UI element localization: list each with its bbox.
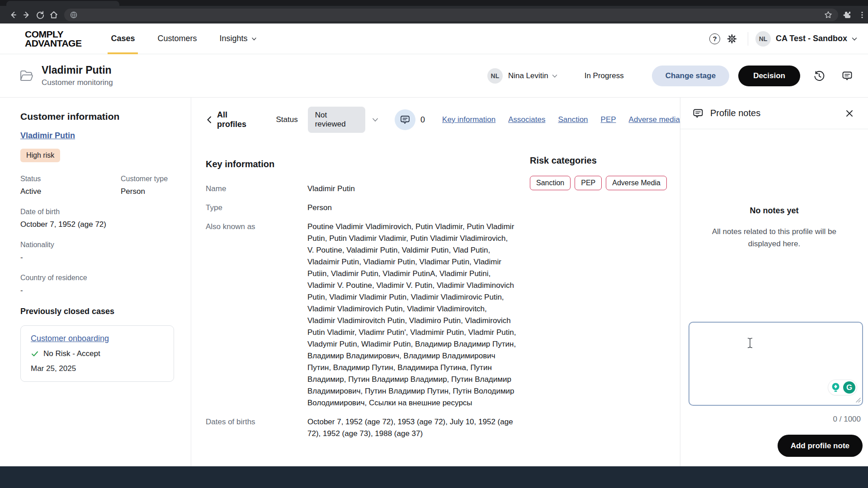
home-icon[interactable] bbox=[47, 8, 61, 22]
field-value: - bbox=[20, 253, 174, 262]
nav-label: Insights bbox=[219, 34, 247, 43]
notes-panel-title: Profile notes bbox=[710, 108, 760, 118]
field-value: Active bbox=[20, 187, 121, 196]
notes-empty-state: No notes yet All notes related to this p… bbox=[680, 206, 868, 250]
risk-chip-list: Sanction PEP Adverse Media bbox=[530, 176, 679, 190]
row-label: Type bbox=[206, 202, 307, 214]
row-label: Name bbox=[206, 183, 307, 195]
chevron-left-icon bbox=[206, 116, 213, 124]
link-associates[interactable]: Associates bbox=[508, 115, 545, 124]
case-folder-icon bbox=[19, 69, 34, 83]
table-row: Type Person bbox=[206, 198, 680, 217]
nav-item-cases[interactable]: Cases bbox=[99, 23, 146, 54]
closed-case-card[interactable]: Customer onboarding No Risk - Accept Mar… bbox=[20, 325, 174, 382]
field-value: - bbox=[20, 286, 174, 295]
nav-item-insights[interactable]: Insights bbox=[208, 23, 268, 54]
field-label: Customer type bbox=[121, 175, 174, 183]
field-label: Country of residence bbox=[20, 274, 174, 282]
customer-profile-link[interactable]: Vladimir Putin bbox=[20, 131, 75, 141]
row-value: October 7, 1952 (age 72), 1953 (age 72),… bbox=[307, 416, 516, 440]
link-pep[interactable]: PEP bbox=[601, 115, 616, 124]
reload-icon[interactable] bbox=[33, 8, 47, 22]
profile-toolbar: All profiles Status Not reviewed 0 Key i… bbox=[206, 109, 680, 130]
extensions-icon[interactable] bbox=[843, 10, 852, 19]
all-profiles-back[interactable]: All profiles bbox=[206, 110, 257, 129]
bottom-bar bbox=[0, 466, 868, 488]
back-icon[interactable] bbox=[6, 8, 20, 22]
logo-line-1: COMPLY bbox=[25, 30, 81, 39]
key-information-table: Name Vladimir Putin Type Person Also kno… bbox=[206, 179, 680, 443]
page-subtitle: Customer monitoring bbox=[42, 78, 113, 87]
address-bar[interactable] bbox=[64, 9, 838, 21]
link-adverse-media[interactable]: Adverse media bbox=[629, 115, 680, 124]
assignee-avatar[interactable]: NL bbox=[487, 68, 503, 84]
grammarly-icon: G bbox=[843, 381, 855, 394]
key-information-section: Key information Name Vladimir Putin Type… bbox=[206, 159, 680, 443]
risk-categories-title: Risk categories bbox=[530, 155, 679, 166]
link-sanction[interactable]: Sanction bbox=[558, 115, 588, 124]
decision-button[interactable]: Decision bbox=[738, 66, 800, 86]
status-label: Status bbox=[276, 115, 297, 124]
account-name[interactable]: CA Test - Sandbox bbox=[776, 34, 847, 43]
notes-bubble-icon bbox=[692, 108, 704, 119]
help-icon[interactable]: ? bbox=[706, 30, 723, 47]
grammarly-widget[interactable]: G bbox=[828, 380, 857, 395]
row-value: Person bbox=[307, 202, 516, 214]
check-icon bbox=[31, 350, 39, 358]
high-risk-badge: High risk bbox=[20, 149, 60, 162]
chevron-down-icon[interactable] bbox=[551, 72, 558, 80]
add-profile-note-button[interactable]: Add profile note bbox=[778, 435, 863, 457]
case-comments-icon[interactable] bbox=[838, 67, 856, 85]
suggestion-bulb-icon bbox=[830, 381, 842, 394]
chevron-down-icon[interactable] bbox=[851, 35, 858, 42]
sidebar-title: Customer information bbox=[20, 111, 174, 122]
comment-count: 0 bbox=[420, 115, 425, 125]
field-status: Status Active bbox=[20, 175, 121, 196]
page-title: Vladimir Putin bbox=[42, 64, 113, 76]
forward-icon[interactable] bbox=[20, 8, 33, 22]
complyadvantage-logo[interactable]: COMPLY ADVANTAGE bbox=[25, 30, 81, 48]
field-label: Date of birth bbox=[20, 208, 174, 216]
note-compose-area: G bbox=[689, 322, 863, 406]
profile-comments-icon[interactable] bbox=[395, 109, 415, 130]
field-value: Person bbox=[121, 187, 174, 196]
notes-header: Profile notes bbox=[680, 98, 868, 129]
chevron-down-icon bbox=[251, 36, 257, 42]
character-counter: 0 / 1000 bbox=[833, 415, 861, 424]
account-avatar[interactable]: NL bbox=[755, 31, 771, 47]
closed-case-date: Mar 25, 2025 bbox=[31, 364, 164, 373]
nav-item-customers[interactable]: Customers bbox=[146, 23, 208, 54]
risk-categories-section: Risk categories Sanction PEP Adverse Med… bbox=[530, 155, 679, 190]
app-header: COMPLY ADVANTAGE Cases Customers Insight… bbox=[0, 23, 868, 54]
section-links: Key information Associates Sanction PEP … bbox=[442, 115, 680, 124]
chevron-down-icon[interactable] bbox=[371, 116, 379, 124]
row-label: Also known as bbox=[206, 221, 307, 409]
link-key-information[interactable]: Key information bbox=[442, 115, 495, 124]
change-stage-button[interactable]: Change stage bbox=[652, 66, 729, 86]
sidebar-field-grid: Status Active Customer type Person bbox=[20, 175, 174, 208]
history-icon[interactable] bbox=[810, 67, 828, 85]
browser-menu-icon[interactable] bbox=[858, 11, 866, 19]
settings-gear-icon[interactable] bbox=[723, 30, 741, 47]
closed-case-link[interactable]: Customer onboarding bbox=[31, 334, 109, 343]
help-glyph: ? bbox=[709, 33, 720, 44]
case-title-block: Vladimir Putin Customer monitoring bbox=[42, 64, 113, 87]
empty-state-title: No notes yet bbox=[697, 206, 852, 216]
customer-info-sidebar: Customer information Vladimir Putin High… bbox=[0, 98, 191, 466]
outcome-text: No Risk - Accept bbox=[43, 349, 100, 358]
assignee-name[interactable]: Nina Levitin bbox=[508, 71, 548, 80]
field-customer-type: Customer type Person bbox=[121, 175, 174, 196]
field-date-of-birth: Date of birth October 7, 1952 (age 72) bbox=[20, 208, 174, 229]
close-icon[interactable] bbox=[843, 107, 856, 120]
resize-handle[interactable] bbox=[855, 397, 861, 403]
row-value: Poutine Vladimir Vladimirovich, Putin Vl… bbox=[307, 221, 516, 409]
site-info-icon[interactable] bbox=[70, 11, 78, 19]
logo-line-2: ADVANTAGE bbox=[25, 39, 81, 48]
field-label: Nationality bbox=[20, 241, 174, 249]
risk-chip-sanction: Sanction bbox=[530, 176, 571, 190]
table-row: Also known as Poutine Vladimir Vladimiro… bbox=[206, 217, 680, 413]
bookmark-star-icon[interactable] bbox=[824, 10, 833, 19]
profile-main: All profiles Status Not reviewed 0 Key i… bbox=[191, 98, 680, 466]
status-value-pill[interactable]: Not reviewed bbox=[308, 107, 365, 133]
risk-chip-pep: PEP bbox=[575, 176, 602, 190]
